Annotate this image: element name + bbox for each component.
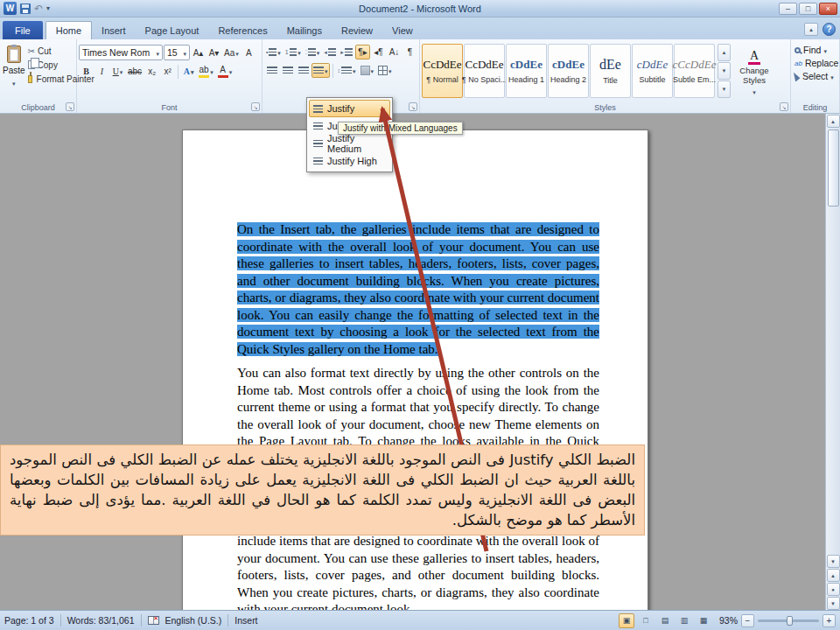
font-dialog-launcher-icon[interactable]	[251, 102, 260, 111]
multilevel-dropdown-icon[interactable]	[317, 47, 320, 57]
tab-page-layout[interactable]: Page Layout	[136, 21, 209, 39]
save-icon[interactable]	[20, 4, 31, 14]
style-title[interactable]: dEe Title	[590, 44, 631, 98]
shading-button[interactable]	[359, 63, 376, 78]
fullscreen-view-icon[interactable]: □	[638, 613, 654, 628]
grow-font-button[interactable]: A▴	[191, 46, 206, 60]
print-layout-view-icon[interactable]: ▣	[619, 613, 634, 628]
tab-review[interactable]: Review	[332, 21, 382, 39]
font-name-combo[interactable]: Times New Rom	[79, 45, 163, 60]
numbering-dropdown-icon[interactable]	[298, 47, 301, 57]
vertical-scrollbar[interactable]: ▲ ▼ ▲ ● ▼	[825, 114, 840, 610]
help-icon[interactable]: ?	[822, 23, 836, 36]
line-spacing-dropdown-icon[interactable]	[353, 66, 356, 75]
style-heading1[interactable]: cDdEe Heading 1	[506, 44, 547, 98]
bullets-button[interactable]: •	[264, 45, 283, 60]
paragraph-3[interactable]: include items that are designed to coord…	[237, 533, 599, 610]
text-highlight-button[interactable]: ab	[197, 64, 215, 79]
next-page-icon[interactable]: ▼	[827, 597, 840, 610]
borders-button[interactable]	[376, 63, 394, 78]
text-highlight-dropdown-icon[interactable]	[210, 66, 214, 76]
zoom-slider-thumb[interactable]	[787, 616, 793, 626]
subscript-button[interactable]: x₂	[144, 64, 159, 79]
text-effects-button[interactable]: A	[181, 64, 196, 79]
styles-scroll-up-icon[interactable]: ▲	[718, 44, 731, 61]
font-color-dropdown-icon[interactable]	[229, 66, 233, 76]
styles-scroll-down-icon[interactable]: ▼	[718, 62, 731, 80]
paragraph-selected[interactable]: On the Insert tab, the galleries include…	[237, 221, 599, 358]
paragraph-dialog-launcher-icon[interactable]	[409, 102, 417, 111]
decrease-indent-button[interactable]: ◂	[322, 45, 338, 60]
page-indicator[interactable]: Page: 1 of 3	[4, 615, 54, 626]
menu-item-justify[interactable]: Justify	[309, 100, 390, 117]
clipboard-dialog-launcher-icon[interactable]	[66, 102, 74, 111]
close-button[interactable]: ×	[819, 3, 837, 15]
tab-home[interactable]: Home	[46, 21, 92, 39]
select-dropdown-icon[interactable]	[830, 71, 834, 81]
text-effects-dropdown-icon[interactable]	[191, 66, 194, 76]
align-left-button[interactable]	[264, 63, 279, 78]
align-right-button[interactable]	[296, 63, 311, 78]
sort-button[interactable]: A↓	[387, 45, 402, 60]
language-indicator[interactable]: English (U.S.)	[165, 615, 222, 626]
clear-formatting-button[interactable]: A	[242, 46, 256, 60]
borders-dropdown-icon[interactable]	[388, 66, 392, 75]
numbering-button[interactable]: 1	[284, 45, 303, 60]
superscript-button[interactable]: x²	[160, 64, 175, 79]
zoom-level[interactable]: 93%	[715, 615, 738, 626]
tab-references[interactable]: References	[208, 21, 276, 39]
tab-mailings[interactable]: Mailings	[277, 21, 332, 39]
undo-icon[interactable]: ↶	[34, 4, 43, 14]
font-size-dropdown-icon[interactable]	[183, 47, 186, 58]
justify-dropdown-icon[interactable]	[325, 66, 328, 75]
shrink-font-button[interactable]: A▾	[206, 46, 221, 60]
underline-button[interactable]: U	[110, 64, 125, 79]
multilevel-list-button[interactable]: ⁚	[304, 45, 322, 60]
zoom-in-icon[interactable]: +	[822, 614, 836, 627]
shading-dropdown-icon[interactable]	[371, 66, 374, 75]
tab-view[interactable]: View	[382, 21, 423, 39]
word-count[interactable]: Words: 83/1,061	[67, 615, 135, 626]
select-browse-object-icon[interactable]: ●	[827, 583, 840, 596]
increase-indent-button[interactable]: ▸	[339, 45, 354, 60]
justify-button[interactable]	[312, 63, 330, 78]
strikethrough-button[interactable]: abc	[126, 64, 144, 79]
paste-dropdown-icon[interactable]	[12, 78, 16, 88]
draft-view-icon[interactable]: ▦	[696, 613, 711, 628]
show-paragraph-marks-button[interactable]: ¶	[402, 45, 417, 60]
style-normal[interactable]: CcDdEe ¶ Normal	[422, 44, 463, 98]
change-styles-dropdown-icon[interactable]	[752, 88, 756, 97]
paste-button[interactable]: Paste	[2, 41, 26, 101]
find-dropdown-icon[interactable]	[823, 45, 827, 55]
zoom-out-icon[interactable]: −	[741, 614, 754, 627]
word-logo-icon[interactable]: W	[4, 2, 17, 15]
font-size-combo[interactable]: 15	[164, 45, 190, 60]
style-subtitle[interactable]: cDdEe Subtitle	[632, 44, 673, 98]
bold-button[interactable]: B	[79, 64, 94, 79]
zoom-slider[interactable]	[758, 620, 819, 622]
align-center-button[interactable]	[280, 63, 295, 78]
change-case-button[interactable]: Aa	[222, 46, 241, 60]
menu-item-justify-high[interactable]: Justify High	[309, 152, 390, 170]
quick-access-dropdown-icon[interactable]: ▾	[46, 4, 50, 12]
menu-item-justify-medium[interactable]: Justify Medium	[309, 135, 390, 152]
italic-button[interactable]: I	[94, 64, 109, 79]
tab-file[interactable]: File	[3, 21, 43, 39]
document-page[interactable]: On the Insert tab, the galleries include…	[182, 130, 648, 610]
previous-page-icon[interactable]: ▲	[827, 569, 840, 582]
font-color-button[interactable]: A	[216, 64, 234, 79]
find-button[interactable]: Find	[794, 45, 836, 55]
insert-mode-indicator[interactable]: Insert	[234, 615, 257, 626]
style-heading2[interactable]: cDdEe Heading 2	[548, 44, 589, 98]
minimize-button[interactable]: –	[779, 3, 797, 15]
scroll-up-icon[interactable]: ▲	[827, 115, 840, 128]
font-name-dropdown-icon[interactable]	[156, 47, 159, 58]
change-styles-button[interactable]: A Change Styles	[732, 44, 776, 97]
proofing-icon[interactable]	[148, 616, 159, 625]
web-layout-view-icon[interactable]: ▤	[657, 613, 673, 628]
scroll-down-icon[interactable]: ▼	[827, 555, 840, 568]
styles-dialog-launcher-icon[interactable]	[780, 102, 788, 111]
style-no-spacing[interactable]: CcDdEe ¶ No Spaci...	[464, 44, 505, 98]
select-button[interactable]: Select	[794, 71, 836, 81]
right-to-left-button[interactable]: ◂¶	[371, 45, 386, 60]
